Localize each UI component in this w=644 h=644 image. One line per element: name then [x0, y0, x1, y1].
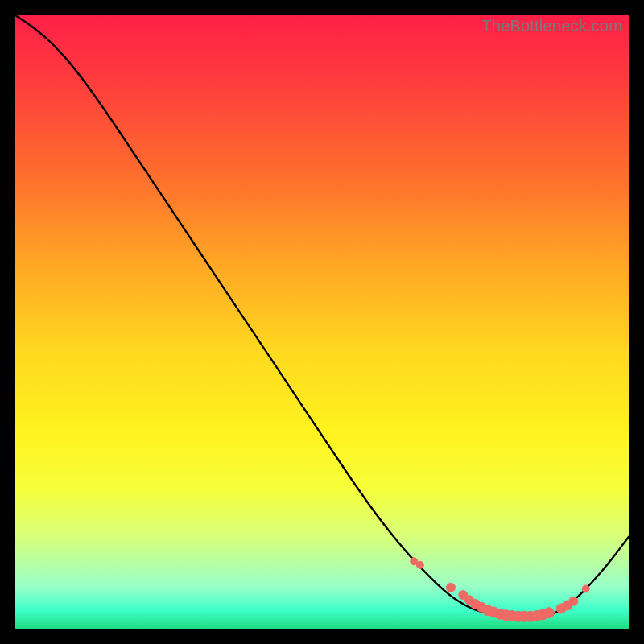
- bottleneck-chart: [15, 15, 629, 629]
- bottleneck-curve-line: [15, 15, 629, 619]
- highlight-dot: [569, 597, 578, 605]
- highlight-dot: [582, 585, 589, 592]
- chart-area: TheBottleneck.com: [15, 15, 629, 629]
- highlight-dots-group: [411, 558, 589, 622]
- highlight-dot: [543, 608, 554, 618]
- highlight-dot: [416, 561, 423, 568]
- highlight-dot: [447, 583, 456, 592]
